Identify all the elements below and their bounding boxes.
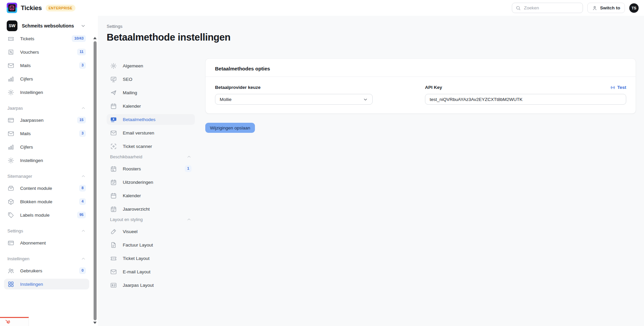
- sidebar-item-cijfers[interactable]: Cijfers: [4, 142, 89, 152]
- settings-nav-item-ticket-scanner[interactable]: Ticket scanner: [107, 141, 195, 152]
- chevron-up-icon[interactable]: [81, 228, 86, 233]
- settings-nav-item-factuur-layout[interactable]: Factuur Layout: [107, 239, 195, 250]
- cube-icon: [7, 198, 14, 205]
- chevron-down-icon: [80, 23, 86, 29]
- settings-nav-item-email-versturen[interactable]: Email versturen: [107, 127, 195, 138]
- section-label: Sitemanager: [7, 174, 32, 179]
- main-content: Settings Betaalmethode instellingen Alge…: [98, 16, 644, 326]
- credit-card-icon: [7, 239, 14, 247]
- workspace-switcher[interactable]: SW Schmeits websolutions: [0, 16, 98, 35]
- sidebar-item-gebruikers[interactable]: Gebruikers0: [4, 265, 89, 276]
- save-changes-button[interactable]: Wijzigingen opslaan: [205, 123, 255, 133]
- mail-icon: [110, 129, 117, 137]
- nav-item-label: SEO: [123, 77, 132, 82]
- scan-icon: [110, 143, 117, 150]
- nav-item-label: Uitzonderingen: [123, 180, 153, 185]
- nav-item-label: Jaaroverzicht: [123, 207, 150, 212]
- document-icon: [110, 241, 117, 249]
- sidebar-item-content-module[interactable]: Content module8: [4, 183, 89, 194]
- sidebar-item-mails[interactable]: Mails3: [4, 128, 89, 139]
- nav-item-label: Mails: [20, 63, 31, 68]
- chevron-up-icon[interactable]: [186, 154, 192, 159]
- sidebar-item-instellingen[interactable]: Instellingen: [4, 155, 89, 166]
- settings-nav-section-layout-en-styling: Layout en styling: [107, 217, 195, 222]
- brush-icon: [110, 228, 117, 235]
- count-badge: 4: [79, 198, 86, 205]
- settings-nav-item-visueel[interactable]: Visueel: [107, 226, 195, 237]
- switch-to-button[interactable]: Switch to: [587, 3, 625, 13]
- sidebar-item-labels-module[interactable]: Labels module95: [4, 210, 89, 220]
- settings-nav-item-uitzonderingen[interactable]: Uitzonderingen: [107, 177, 195, 187]
- grid-icon: [7, 281, 14, 288]
- sidebar-item-blokken-module[interactable]: Blokken module4: [4, 196, 89, 207]
- id-card-icon: [110, 282, 117, 289]
- chart-icon: [7, 75, 14, 83]
- section-label: Layout en styling: [110, 217, 143, 222]
- sidebar-item-instellingen[interactable]: Instellingen: [4, 87, 89, 98]
- nav-item-label: Mails: [20, 131, 31, 136]
- sidebar-item-cijfers[interactable]: Cijfers: [4, 73, 89, 84]
- settings-nav-item-e-mail-layout[interactable]: E-mail Layout: [107, 266, 195, 277]
- enterprise-badge: ENTERPRISE: [46, 5, 75, 11]
- laravel-icon: [4, 319, 11, 326]
- chevron-up-icon[interactable]: [81, 174, 86, 179]
- settings-nav-item-jaaroverzicht[interactable]: Jaaroverzicht: [107, 204, 195, 214]
- sidebar-item-vouchers[interactable]: Vouchers11: [4, 47, 89, 57]
- count-badge: 11: [77, 49, 86, 55]
- calendar-lines-icon: [110, 206, 117, 213]
- chevron-up-icon[interactable]: [81, 256, 86, 261]
- nav-item-label: Ticket Layout: [123, 256, 150, 261]
- settings-nav-item-roosters[interactable]: Roosters1: [107, 163, 195, 174]
- topbar: Tickies ENTERPRISE Switch to TS: [0, 0, 644, 16]
- settings-nav-item-mailing[interactable]: Mailing: [107, 87, 195, 98]
- chevron-up-icon[interactable]: [81, 106, 86, 111]
- api-key-input[interactable]: [425, 94, 626, 105]
- chevron-down-icon: [363, 97, 368, 102]
- debugbar-toggle[interactable]: [0, 317, 29, 326]
- settings-nav: AlgemeenSEOMailingKalenderBetaalmethodes…: [107, 58, 195, 293]
- settings-nav-item-seo[interactable]: SEO: [107, 74, 195, 85]
- settings-nav-item-betaalmethodes[interactable]: Betaalmethodes: [107, 114, 195, 125]
- user-avatar[interactable]: TS: [629, 3, 639, 13]
- broadcast-icon: [610, 85, 615, 90]
- send-icon: [110, 89, 117, 96]
- nav-item-label: Mailing: [123, 90, 137, 95]
- sidebar-item-abonnement[interactable]: Abonnement: [4, 237, 89, 248]
- settings-nav-item-kalender[interactable]: Kalender: [107, 101, 195, 111]
- voucher-icon: [7, 49, 14, 56]
- tag-icon: [7, 212, 14, 219]
- sidebar-item-jaarpassen[interactable]: Jaarpassen15: [4, 115, 89, 125]
- breadcrumb: Settings: [107, 24, 636, 29]
- count-badge: 1: [185, 165, 192, 172]
- search-input[interactable]: [523, 5, 579, 11]
- section-label: Beschikbaarheid: [110, 154, 142, 159]
- nav-item-label: Algemeen: [123, 63, 143, 68]
- sidebar-scroll-down-arrow[interactable]: [93, 322, 97, 324]
- sidebar-item-tickets[interactable]: Tickets10/43: [4, 35, 89, 44]
- settings-nav-item-jaarpas-layout[interactable]: Jaarpas Layout: [107, 280, 195, 290]
- settings-nav-item-algemeen[interactable]: Algemeen: [107, 60, 195, 71]
- nav-item-label: Gebruikers: [20, 268, 42, 273]
- test-api-key-link[interactable]: Test: [610, 85, 626, 90]
- gear-icon: [7, 157, 14, 164]
- provider-select[interactable]: Mollie: [215, 94, 373, 105]
- nav-item-label: Roosters: [123, 166, 141, 171]
- nav-item-label: Kalender: [123, 193, 141, 198]
- settings-nav-item-ticket-layout[interactable]: Ticket Layout: [107, 253, 195, 264]
- sidebar-nav: Tickets10/43Vouchers11Mails3CijfersInste…: [0, 35, 98, 313]
- brand[interactable]: Tickies ENTERPRISE: [7, 3, 75, 13]
- person-icon: [592, 5, 597, 11]
- tickies-logo-icon: [7, 3, 17, 13]
- nav-item-label: Content module: [20, 186, 52, 191]
- sidebar-item-instellingen[interactable]: Instellingen: [4, 279, 89, 289]
- chevron-up-icon[interactable]: [186, 217, 192, 222]
- mail-icon: [110, 268, 117, 275]
- nav-item-label: Email versturen: [123, 130, 154, 135]
- search-box: [512, 3, 583, 13]
- sidebar-scrollbar-thumb[interactable]: [94, 41, 97, 320]
- settings-nav-item-kalender[interactable]: Kalender: [107, 190, 195, 201]
- sidebar-scroll-up-arrow[interactable]: [93, 37, 97, 39]
- provider-select-value: Mollie: [220, 97, 231, 102]
- calendar-check-icon: [110, 165, 117, 172]
- sidebar-item-mails[interactable]: Mails3: [4, 60, 89, 71]
